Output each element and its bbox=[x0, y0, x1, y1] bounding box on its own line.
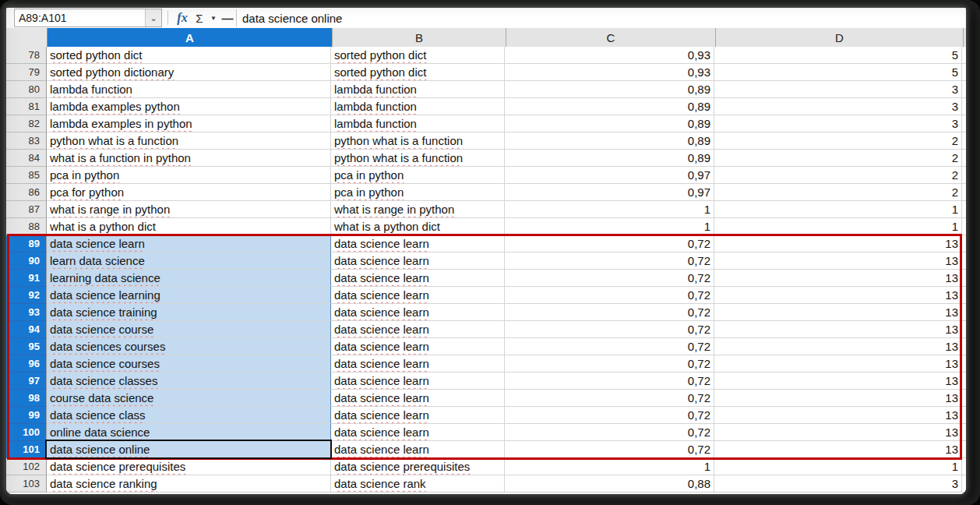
cell-A90[interactable]: learn data science bbox=[47, 252, 331, 270]
cell-B88[interactable]: what is a python dict bbox=[331, 218, 505, 235]
cell-A89[interactable]: data science learn bbox=[47, 235, 331, 252]
cell-D98[interactable]: 13 bbox=[714, 390, 962, 407]
cell-A83[interactable]: python what is a function bbox=[47, 132, 331, 150]
cell-B103[interactable]: data science rank bbox=[331, 475, 505, 493]
cell-C89[interactable]: 0,72 bbox=[505, 235, 714, 252]
cell-C99[interactable]: 0,72 bbox=[505, 407, 714, 424]
cell-C80[interactable]: 0,89 bbox=[505, 81, 714, 98]
cell-C87[interactable]: 1 bbox=[505, 201, 714, 218]
cell-D96[interactable]: 13 bbox=[714, 355, 962, 373]
cell-B93[interactable]: data science learn bbox=[331, 304, 505, 321]
cell-B87[interactable]: what is range in python bbox=[331, 201, 505, 218]
row-header-84[interactable]: 84 bbox=[6, 150, 47, 167]
cell-D86[interactable]: 2 bbox=[714, 184, 962, 201]
cell-D87[interactable]: 1 bbox=[714, 201, 962, 218]
cell-B91[interactable]: data science learn bbox=[331, 270, 505, 287]
cell-D79[interactable]: 5 bbox=[714, 64, 962, 81]
cell-D88[interactable]: 1 bbox=[714, 218, 962, 235]
row-header-78[interactable]: 78 bbox=[6, 47, 47, 64]
cell-C93[interactable]: 0,72 bbox=[505, 304, 714, 321]
cell-A81[interactable]: lambda examples python bbox=[47, 98, 331, 115]
cell-D89[interactable]: 13 bbox=[714, 235, 962, 252]
row-header-101[interactable]: 101 bbox=[6, 441, 47, 458]
cell-A85[interactable]: pca in python bbox=[47, 167, 331, 184]
cell-B95[interactable]: data science learn bbox=[331, 338, 505, 355]
cell-C90[interactable]: 0,72 bbox=[505, 252, 714, 270]
name-box[interactable]: A89:A101 ⌄ bbox=[14, 9, 162, 27]
sum-icon[interactable]: Σ bbox=[191, 9, 208, 26]
sum-dropdown-icon[interactable]: ▼ bbox=[208, 9, 219, 26]
row-header-94[interactable]: 94 bbox=[6, 321, 47, 338]
cell-A97[interactable]: data science classes bbox=[47, 373, 331, 390]
cell-A88[interactable]: what is a python dict bbox=[47, 218, 331, 235]
cell-D102[interactable]: 1 bbox=[714, 458, 962, 475]
cell-C102[interactable]: 1 bbox=[505, 458, 714, 475]
cell-B79[interactable]: sorted python dict bbox=[331, 64, 505, 81]
cell-C97[interactable]: 0,72 bbox=[505, 373, 714, 390]
row-header-89[interactable]: 89 bbox=[6, 235, 47, 252]
cell-D95[interactable]: 13 bbox=[714, 338, 962, 355]
cell-C82[interactable]: 0,89 bbox=[505, 115, 714, 132]
cell-D94[interactable]: 13 bbox=[714, 321, 962, 338]
cell-C98[interactable]: 0,72 bbox=[505, 390, 714, 407]
cell-D103[interactable]: 3 bbox=[714, 475, 962, 493]
cell-C94[interactable]: 0,72 bbox=[505, 321, 714, 338]
cell-A95[interactable]: data sciences courses bbox=[47, 338, 331, 355]
cell-C78[interactable]: 0,93 bbox=[505, 47, 714, 64]
cell-B81[interactable]: lambda function bbox=[331, 98, 505, 115]
cell-A86[interactable]: pca for python bbox=[47, 184, 331, 201]
cell-D92[interactable]: 13 bbox=[714, 287, 962, 304]
cell-B97[interactable]: data science learn bbox=[331, 373, 505, 390]
cell-B89[interactable]: data science learn bbox=[331, 235, 505, 252]
row-header-95[interactable]: 95 bbox=[6, 338, 47, 355]
cell-A99[interactable]: data science class bbox=[47, 407, 331, 424]
row-header-88[interactable]: 88 bbox=[6, 218, 47, 235]
row-header-91[interactable]: 91 bbox=[6, 270, 47, 287]
cell-A102[interactable]: data science prerequisites bbox=[47, 458, 331, 475]
cell-C92[interactable]: 0,72 bbox=[505, 287, 714, 304]
row-header-79[interactable]: 79 bbox=[6, 64, 47, 81]
cell-C91[interactable]: 0,72 bbox=[505, 270, 714, 287]
row-header-83[interactable]: 83 bbox=[6, 132, 47, 150]
cell-A101[interactable]: data science online bbox=[47, 441, 331, 458]
cell-D84[interactable]: 2 bbox=[714, 150, 962, 167]
row-header-97[interactable]: 97 bbox=[6, 373, 47, 390]
column-header-B[interactable]: B bbox=[332, 28, 506, 47]
row-header-86[interactable]: 86 bbox=[6, 184, 47, 201]
column-header-D[interactable]: D bbox=[715, 28, 963, 47]
row-header-103[interactable]: 103 bbox=[6, 475, 47, 493]
cell-B86[interactable]: pca in python bbox=[331, 184, 505, 201]
cell-A94[interactable]: data science course bbox=[47, 321, 331, 338]
cell-B101[interactable]: data science learn bbox=[331, 441, 505, 458]
cell-C88[interactable]: 1 bbox=[505, 218, 714, 235]
cell-D82[interactable]: 3 bbox=[714, 115, 962, 132]
cell-D100[interactable]: 13 bbox=[714, 424, 962, 441]
cell-D78[interactable]: 5 bbox=[714, 47, 962, 64]
column-header-A[interactable]: A bbox=[48, 28, 332, 47]
row-header-93[interactable]: 93 bbox=[6, 304, 47, 321]
cell-B99[interactable]: data science learn bbox=[331, 407, 505, 424]
cell-C81[interactable]: 0,89 bbox=[505, 98, 714, 115]
cell-B83[interactable]: python what is a function bbox=[331, 132, 505, 150]
cell-C96[interactable]: 0,72 bbox=[505, 355, 714, 373]
cell-D91[interactable]: 13 bbox=[714, 270, 962, 287]
cell-C95[interactable]: 0,72 bbox=[505, 338, 714, 355]
cell-A79[interactable]: sorted python dictionary bbox=[47, 64, 331, 81]
cell-C83[interactable]: 0,89 bbox=[505, 132, 714, 150]
cell-C79[interactable]: 0,93 bbox=[505, 64, 714, 81]
column-header-C[interactable]: C bbox=[506, 28, 715, 47]
row-header-92[interactable]: 92 bbox=[6, 287, 47, 304]
row-header-102[interactable]: 102 bbox=[6, 458, 47, 475]
cell-B78[interactable]: sorted python dict bbox=[331, 47, 505, 64]
cell-D81[interactable]: 3 bbox=[714, 98, 962, 115]
cell-A96[interactable]: data science courses bbox=[47, 355, 331, 373]
row-header-87[interactable]: 87 bbox=[6, 201, 47, 218]
row-header-98[interactable]: 98 bbox=[6, 390, 47, 407]
cell-C100[interactable]: 0,72 bbox=[505, 424, 714, 441]
name-box-dropdown-icon[interactable]: ⌄ bbox=[145, 9, 161, 26]
cell-D80[interactable]: 3 bbox=[714, 81, 962, 98]
row-header-82[interactable]: 82 bbox=[6, 115, 47, 132]
cell-A84[interactable]: what is a function in python bbox=[47, 150, 331, 167]
cell-B80[interactable]: lambda function bbox=[331, 81, 505, 98]
cell-A100[interactable]: online data science bbox=[47, 424, 331, 441]
